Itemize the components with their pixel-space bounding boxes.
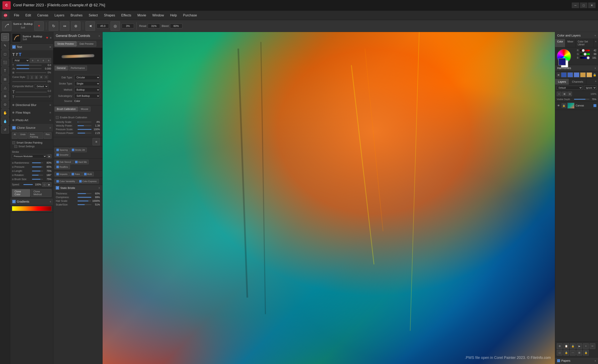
layers-blend-select2[interactable]: Ignore [584,86,596,90]
menu-canvas[interactable]: Canvas [34,12,51,18]
text-kern-track[interactable] [17,68,42,69]
undo-button[interactable]: Undo [18,132,27,139]
size-value[interactable]: 45.0 [97,24,109,28]
res-button[interactable]: Res [44,132,51,139]
layer-duplicate-icon[interactable]: ⊡ [567,92,572,96]
clone-source-item[interactable]: Clone Source ≡ [10,124,53,132]
canvas-layer-vis-icon[interactable]: 👁 [557,104,560,108]
pressure-slider[interactable] [32,166,43,167]
harmony-swatch-2[interactable] [567,72,573,77]
ai-button[interactable]: AI [12,132,18,139]
layers-blend-select[interactable]: Default [557,86,582,90]
multi-tab[interactable]: Multi [82,172,94,176]
velocity-power-track[interactable] [78,125,91,126]
mouse-tab[interactable]: Mouse [79,107,91,112]
minimize-button[interactable]: ─ [572,2,579,8]
menu-shapes[interactable]: Shapes [101,12,118,18]
harmonies-tool-icon[interactable]: ⊞ [557,73,560,77]
menu-movie[interactable]: Movie [135,12,149,18]
text-size-track[interactable] [17,65,42,66]
rb-cut-icon[interactable]: ✂ [590,343,595,349]
resat-value[interactable]: 31% [148,24,160,28]
layers-tab[interactable]: Layers [555,79,569,85]
velocity-scale-track[interactable] [78,122,91,123]
rb-lock2-icon[interactable]: 🔒 [563,350,569,356]
brush-icon-box[interactable] [12,33,21,42]
clone-source-menu-icon[interactable]: ≡ [50,126,51,129]
calibration-tool-icon[interactable]: ⊞ [92,138,100,145]
hair-scale-track[interactable] [78,200,91,201]
realbris-tab[interactable]: RealBris [55,165,70,169]
layer-group-icon[interactable]: ⊞ [562,92,567,96]
tool-pan[interactable]: ✋ [1,109,9,117]
g-slider[interactable] [580,53,590,55]
menu-window[interactable]: Window [149,12,167,18]
harmony-lock-icon[interactable]: 🔒 [593,73,596,76]
tool-nav-prev[interactable]: ◄ [85,21,95,31]
b-slider[interactable] [580,57,590,59]
method-select[interactable]: Buildup [74,87,100,92]
stroke-preview-tab[interactable]: Stroke Preview [55,41,76,47]
text-section-header[interactable]: Text ≡ [10,44,53,50]
r-slider[interactable] [580,50,590,51]
rb-lock3-icon[interactable]: 🔒 [583,350,589,356]
text-track4[interactable] [15,96,48,97]
static-bristle-menu-icon[interactable]: ≡ [99,187,100,189]
stroke-play-icon[interactable]: ▶ [47,154,51,158]
font-select[interactable]: Arial [12,58,29,63]
menu-select[interactable]: Select [86,12,100,18]
align-left-btn[interactable]: ≡ [30,58,35,63]
curve-icon2[interactable]: || [30,75,33,79]
canvas-layer-item[interactable]: 👁 🔒 Canvas [555,101,598,110]
menu-purchase[interactable]: Purchase [180,12,200,18]
text-track2[interactable] [12,81,46,82]
gradients-header[interactable]: Gradients ≡ [10,198,53,205]
impasto-tab[interactable]: Impasto [55,172,69,176]
rake-tab[interactable]: Rake [70,172,82,176]
composite-select[interactable]: Default [35,84,48,88]
tool-select[interactable]: ⬚ [1,33,9,41]
tool-paint[interactable]: ✎ [1,42,9,50]
papers-menu-icon[interactable]: ≡ [595,359,596,362]
canvas-area[interactable]: .PWS file open in Corel Painter 2023. © … [103,32,555,364]
rb-lock-icon[interactable]: 🔒 [570,343,576,349]
curve-icon1[interactable]: | [27,75,29,79]
spacing-tab[interactable]: Spacing [55,148,70,152]
curve-icon3[interactable]: ||| [35,75,38,79]
curve-icon5[interactable]: ⊡ [44,75,48,79]
align-center-btn[interactable]: ≡ [35,58,41,63]
tool-shape[interactable]: △ [1,84,9,91]
rb-grid-icon[interactable]: ⊞ [576,350,582,356]
flow-maps-item[interactable]: Flow Maps ≡ [10,109,53,116]
thickness-track[interactable] [78,193,91,194]
photo-art-menu-icon[interactable]: ≡ [50,118,51,122]
color-set-tab[interactable]: Color Set Librari [576,39,593,47]
visible-depth-track[interactable] [574,99,589,100]
rotation-slider[interactable] [32,175,43,175]
color-section-menu-icon[interactable]: ≡ [593,39,598,47]
harmony-swatch-3[interactable] [574,72,579,77]
gradients-menu-icon[interactable]: ≡ [50,200,51,203]
curve-icon4[interactable]: ⊞ [39,75,43,79]
rb-copy-icon[interactable]: 📋 [563,343,569,349]
clone-color-tab[interactable]: Clone Color [12,189,30,197]
text-section-menu-icon[interactable]: ≡ [50,45,51,49]
length-slider[interactable] [32,171,43,171]
color-layers-menu-icon[interactable]: ≡ [595,34,596,37]
static-bristle-checkbox[interactable] [56,186,59,190]
color-variability-tab[interactable]: Color Variability [55,179,77,183]
pressure-scale-track[interactable] [78,129,91,130]
stroke-type-select[interactable]: Single [74,81,100,86]
speed-play-btn[interactable]: ▶ [47,182,51,187]
tool-text[interactable]: T [1,67,9,75]
gradients-checkbox[interactable] [12,200,16,203]
b-thumb[interactable] [587,56,590,59]
menu-help[interactable]: Help [167,12,180,18]
speed-stop-btn[interactable]: ◻ [42,182,47,187]
scale-size-track[interactable] [78,204,91,205]
tool-fill[interactable]: ⬛ [1,58,9,66]
g-thumb[interactable] [584,53,587,56]
pressure-power-track[interactable] [78,133,91,133]
stroke-method-select[interactable]: Pressure Modulate [12,154,47,158]
harmony-swatch-5[interactable] [587,72,592,77]
